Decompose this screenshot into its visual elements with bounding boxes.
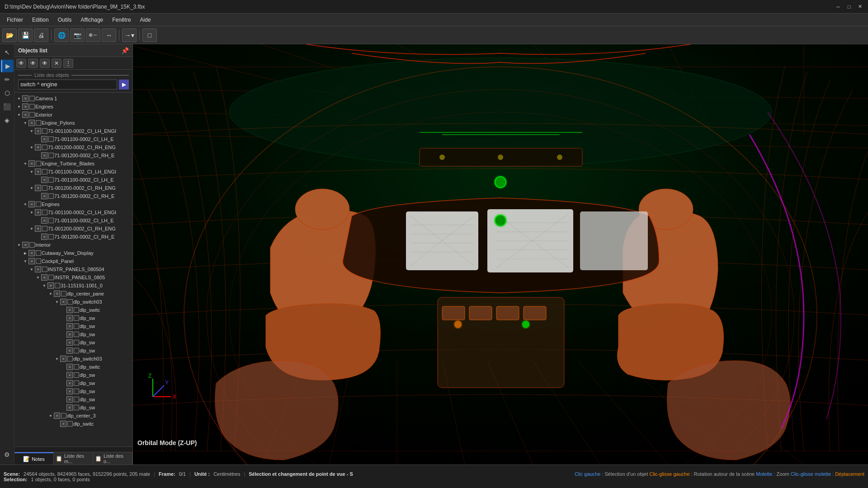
tree-visibility-icon[interactable]: ✕ <box>35 128 41 134</box>
tree-item[interactable]: ✕dlp_sw <box>14 379 132 387</box>
tree-visibility-icon[interactable]: ✕ <box>47 282 54 289</box>
tree-toggle-icon[interactable] <box>61 348 66 353</box>
tree-item[interactable]: ▼✕INSTR_PANELS_0805 <box>14 273 132 282</box>
tree-item[interactable]: ▼✕dlp_center_3 <box>14 412 132 420</box>
tree-visibility-icon[interactable]: ✕ <box>28 160 35 167</box>
tree-toggle-icon[interactable]: ▼ <box>29 128 34 134</box>
tree-visibility-icon[interactable]: ✕ <box>66 380 73 386</box>
tree-visibility-icon[interactable]: ✕ <box>28 250 35 256</box>
sidebar-cursor-icon[interactable]: ▶ <box>1 60 14 72</box>
tree-visibility-icon[interactable]: ✕ <box>22 95 28 102</box>
menu-aide[interactable]: Aide <box>136 15 156 25</box>
tab-notes[interactable]: 📝 Notes <box>14 452 54 465</box>
tree-item[interactable]: ✕dlp_switc <box>14 420 132 428</box>
tree-visibility-icon[interactable]: ✕ <box>66 404 73 411</box>
tree-toggle-icon[interactable]: ▼ <box>16 112 22 117</box>
delete-button[interactable]: ✕ <box>52 59 61 68</box>
menu-fichier[interactable]: Fichier <box>2 15 28 25</box>
tree-toggle-icon[interactable]: ▼ <box>23 161 28 166</box>
tree-visibility-icon[interactable]: ✕ <box>66 339 73 346</box>
tree-toggle-icon[interactable]: ▼ <box>16 104 22 109</box>
open-folder-button[interactable]: 📂 <box>2 28 17 42</box>
tree-item[interactable]: ▶✕Cutaway_View_Display <box>14 249 132 257</box>
panel-pin-icon[interactable]: 📌 <box>121 47 129 54</box>
tree-item[interactable]: ✕dlp_sw <box>14 330 132 338</box>
menu-outils[interactable]: Outils <box>53 15 76 25</box>
tree-toggle-icon[interactable]: ▼ <box>29 145 34 150</box>
sidebar-shapes-icon[interactable]: ⬡ <box>1 87 14 99</box>
tree-visibility-icon[interactable]: ✕ <box>41 217 47 224</box>
tree-visibility-icon[interactable]: ✕ <box>66 315 73 321</box>
tree-item[interactable]: ▼✕71-001200-0002_CI_RH_ENG <box>14 184 132 192</box>
tree-visibility-icon[interactable]: ✕ <box>28 201 35 207</box>
tree-toggle-icon[interactable] <box>35 177 41 183</box>
tree-visibility-icon[interactable]: ✕ <box>60 421 66 427</box>
tree-visibility-icon[interactable]: ✕ <box>41 234 47 240</box>
tree-visibility-icon[interactable]: ✕ <box>35 209 41 216</box>
viewport[interactable]: X Z Y Orbital Mode (Z-UP) <box>133 44 868 465</box>
tree-visibility-icon[interactable]: ✕ <box>22 103 28 110</box>
tree-toggle-icon[interactable]: ▼ <box>23 120 28 126</box>
tree-toggle-icon[interactable]: ▼ <box>23 258 28 264</box>
tree-item[interactable]: ✕dlp_sw <box>14 347 132 355</box>
tree-toggle-icon[interactable] <box>61 332 66 337</box>
filter-input[interactable] <box>18 80 117 89</box>
tree-visibility-icon[interactable]: ✕ <box>66 388 73 394</box>
tree-toggle-icon[interactable] <box>35 234 41 239</box>
tree-item[interactable]: ▼✕71-001100-0002_CI_LH_ENGI <box>14 208 132 216</box>
tree-visibility-icon[interactable]: ✕ <box>22 112 28 118</box>
save-button[interactable]: 💾 <box>18 28 33 42</box>
tree-toggle-icon[interactable] <box>54 421 60 427</box>
tree-item[interactable]: ▼✕Engines <box>14 103 132 111</box>
menu-edition[interactable]: Edition <box>28 15 53 25</box>
tree-toggle-icon[interactable]: ▼ <box>29 226 34 231</box>
show-selected-button[interactable]: 👁 <box>28 59 38 68</box>
tree-toggle-icon[interactable]: ▼ <box>35 275 41 280</box>
tree-toggle-icon[interactable] <box>61 372 66 378</box>
tree-item[interactable]: ▼✕Camera 1 <box>14 94 132 103</box>
tree-visibility-icon[interactable]: ✕ <box>41 152 47 159</box>
tree-toggle-icon[interactable] <box>61 405 66 410</box>
minimize-button[interactable]: ─ <box>835 3 842 10</box>
square-button[interactable]: □ <box>142 28 157 42</box>
tree-item[interactable]: ▼✕Engine_Pylons <box>14 119 132 127</box>
tree-toggle-icon[interactable]: ▼ <box>16 242 22 248</box>
tree-visibility-icon[interactable]: ✕ <box>66 347 73 354</box>
tree-visibility-icon[interactable]: ✕ <box>66 364 73 370</box>
tree-visibility-icon[interactable]: ✕ <box>35 169 41 175</box>
tree-item[interactable]: ▼✕71-001200-0002_CI_RH_ENG <box>14 143 132 151</box>
hide-button[interactable]: 👁 <box>40 59 50 68</box>
tree-toggle-icon[interactable]: ▼ <box>29 210 34 215</box>
tree-visibility-icon[interactable]: ✕ <box>35 225 41 232</box>
tree-toggle-icon[interactable] <box>61 324 66 329</box>
tree-item[interactable]: ✕dlp_sw <box>14 338 132 347</box>
tree-toggle-icon[interactable]: ▶ <box>23 250 28 256</box>
tree-toggle-icon[interactable]: ▼ <box>42 283 47 288</box>
menu-affichage[interactable]: Affichage <box>76 15 108 25</box>
tree-visibility-icon[interactable]: ✕ <box>41 136 47 142</box>
tree-item[interactable]: ✕71-001200-0002_CI_RH_E <box>14 151 132 160</box>
panel-horizontal-scrollbar[interactable] <box>14 446 132 452</box>
tree-toggle-icon[interactable] <box>61 340 66 345</box>
tree-visibility-icon[interactable]: ✕ <box>35 185 41 191</box>
tree-visibility-icon[interactable]: ✕ <box>66 372 73 378</box>
tree-visibility-icon[interactable]: ✕ <box>54 291 60 297</box>
tree-toggle-icon[interactable]: ▼ <box>54 356 60 361</box>
tree-toggle-icon[interactable] <box>35 218 41 223</box>
tree-item[interactable]: ✕dlp_sw <box>14 404 132 412</box>
tree-toggle-icon[interactable]: ▼ <box>23 202 28 207</box>
tree-visibility-icon[interactable]: ✕ <box>54 413 60 419</box>
tree-item[interactable]: ▼✕71-001100-0002_CI_LH_ENGI <box>14 168 132 176</box>
tree-toggle-icon[interactable]: ▼ <box>48 291 53 296</box>
tree-item[interactable]: ▼✕Interior <box>14 241 132 249</box>
tree-item[interactable]: ▼✕dlp_switch03 <box>14 355 132 363</box>
tree-toggle-icon[interactable]: ▼ <box>16 96 22 101</box>
sidebar-cube-icon[interactable]: ⬛ <box>1 100 14 113</box>
sidebar-settings-icon[interactable]: ⚙ <box>1 448 14 461</box>
tree-item[interactable]: ▼✕71-001200-0002_CI_RH_ENG <box>14 225 132 233</box>
tree-item[interactable]: ▼✕INSTR_PANELS_080504 <box>14 265 132 273</box>
tree-toggle-icon[interactable] <box>61 307 66 313</box>
tree-visibility-icon[interactable]: ✕ <box>28 120 35 126</box>
more-options-button[interactable]: ⋮ <box>63 59 73 68</box>
sidebar-select-icon[interactable]: ↖ <box>1 46 14 59</box>
